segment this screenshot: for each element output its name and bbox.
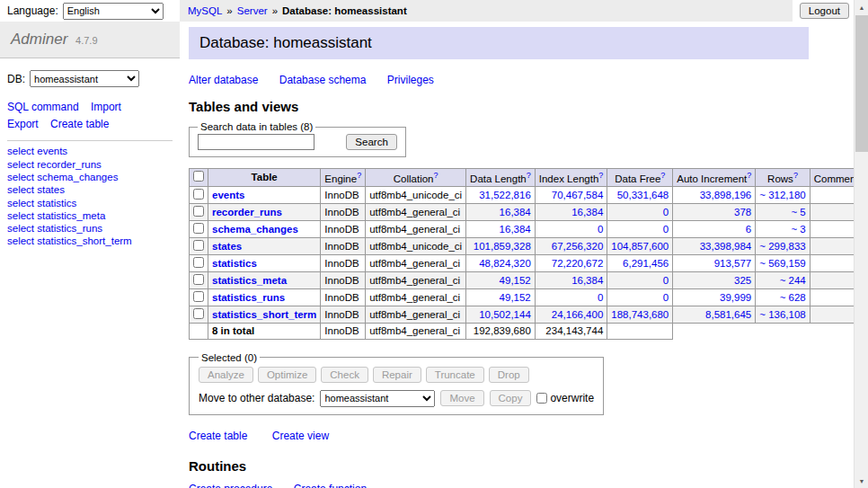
help-icon[interactable]: ? <box>660 171 665 180</box>
data-free-link[interactable]: 188,743,680 <box>611 309 669 320</box>
table-link[interactable]: recorder_runs <box>212 207 282 217</box>
scroll-down-arrow-icon[interactable]: ▼ <box>855 474 868 488</box>
sidebar-item-select-statistics-meta[interactable]: select statistics_meta <box>7 210 173 222</box>
create-table-link[interactable]: Create table <box>189 430 247 442</box>
analyze-button[interactable]: Analyze <box>199 367 253 383</box>
row-checkbox[interactable] <box>193 257 204 268</box>
row-checkbox[interactable] <box>193 223 204 234</box>
index-length-link[interactable]: 70,467,584 <box>552 190 604 200</box>
rows-count-link[interactable]: ~ 3 <box>791 224 805 235</box>
index-length-link[interactable]: 72,220,672 <box>552 258 604 269</box>
sql-command-link[interactable]: SQL command <box>7 101 79 113</box>
scrollbar-thumb[interactable] <box>855 15 868 152</box>
copy-button[interactable]: Copy <box>490 390 532 406</box>
index-length-link[interactable]: 67,256,320 <box>552 241 604 252</box>
table-link[interactable]: statistics_short_term <box>212 309 316 320</box>
repair-button[interactable]: Repair <box>373 367 421 383</box>
sidebar-item-select-events[interactable]: select events <box>7 146 173 157</box>
data-free-link[interactable]: 0 <box>663 224 669 235</box>
row-checkbox[interactable] <box>193 274 204 285</box>
auto-increment-link[interactable]: 33,898,196 <box>700 190 752 200</box>
table-link[interactable]: events <box>212 190 244 200</box>
auto-increment-link[interactable]: 6 <box>746 224 751 235</box>
data-length-link[interactable]: 16,384 <box>500 224 531 235</box>
help-icon[interactable]: ? <box>598 171 603 180</box>
truncate-button[interactable]: Truncate <box>426 367 484 383</box>
rows-count-link[interactable]: ~ 569,159 <box>759 258 805 269</box>
data-length-link[interactable]: 49,152 <box>500 275 531 286</box>
auto-increment-link[interactable]: 33,398,984 <box>700 241 752 252</box>
index-length-link[interactable]: 0 <box>598 224 603 235</box>
row-checkbox[interactable] <box>193 240 204 251</box>
create-view-link[interactable]: Create view <box>272 430 329 442</box>
create-table-link-sidebar[interactable]: Create table <box>50 118 109 130</box>
select-all-checkbox[interactable] <box>193 171 204 182</box>
sidebar-item-select-states[interactable]: select states <box>7 184 173 196</box>
help-icon[interactable]: ? <box>793 171 798 180</box>
scroll-up-arrow-icon[interactable]: ▲ <box>855 0 868 14</box>
data-length-link[interactable]: 101,859,328 <box>474 241 531 252</box>
vertical-scrollbar[interactable]: ▲ ▼ <box>854 0 868 488</box>
drop-button[interactable]: Drop <box>489 367 529 383</box>
privileges-link[interactable]: Privileges <box>387 74 434 86</box>
db-select[interactable]: homeassistant <box>30 70 139 87</box>
overwrite-option[interactable]: overwrite <box>536 392 594 404</box>
data-free-link[interactable]: 50,331,648 <box>617 190 669 200</box>
table-link[interactable]: states <box>212 241 242 252</box>
auto-increment-link[interactable]: 8,581,645 <box>705 309 751 320</box>
table-link[interactable]: schema_changes <box>212 224 298 235</box>
table-link[interactable]: statistics <box>212 258 257 269</box>
index-length-link[interactable]: 16,384 <box>571 207 603 217</box>
database-schema-link[interactable]: Database schema <box>279 74 367 86</box>
breadcrumb-server-link[interactable]: Server <box>237 5 268 16</box>
alter-database-link[interactable]: Alter database <box>189 74 258 86</box>
breadcrumb-mysql-link[interactable]: MySQL <box>188 5 222 16</box>
import-link[interactable]: Import <box>91 101 121 113</box>
rows-count-link[interactable]: ~ 628 <box>780 292 806 303</box>
sidebar-item-select-statistics-short-term[interactable]: select statistics_short_term <box>7 235 173 247</box>
table-link[interactable]: statistics_meta <box>212 275 287 286</box>
data-free-link[interactable]: 0 <box>663 207 669 217</box>
data-free-link[interactable]: 0 <box>663 292 669 303</box>
move-db-select[interactable]: homeassistant <box>320 390 435 407</box>
rows-count-link[interactable]: ~ 312,180 <box>759 190 805 200</box>
auto-increment-link[interactable]: 39,999 <box>720 292 751 303</box>
index-length-link[interactable]: 0 <box>598 292 603 303</box>
sidebar-item-select-recorder-runs[interactable]: select recorder_runs <box>7 159 173 171</box>
search-button[interactable]: Search <box>346 134 396 150</box>
search-input[interactable] <box>198 134 314 150</box>
help-icon[interactable]: ? <box>357 171 361 180</box>
export-link[interactable]: Export <box>7 118 39 130</box>
data-free-link[interactable]: 104,857,600 <box>611 241 669 252</box>
sidebar-item-select-statistics[interactable]: select statistics <box>7 198 173 209</box>
sidebar-item-select-statistics-runs[interactable]: select statistics_runs <box>7 223 173 235</box>
data-length-link[interactable]: 49,152 <box>500 292 531 303</box>
table-link[interactable]: statistics_runs <box>212 292 285 303</box>
row-checkbox[interactable] <box>193 291 204 302</box>
row-checkbox[interactable] <box>193 206 204 217</box>
rows-count-link[interactable]: ~ 299,833 <box>759 241 805 252</box>
check-button[interactable]: Check <box>321 367 368 383</box>
help-icon[interactable]: ? <box>747 171 751 180</box>
row-checkbox[interactable] <box>193 189 204 200</box>
create-procedure-link[interactable]: Create procedure <box>189 483 272 488</box>
data-length-link[interactable]: 31,522,816 <box>479 190 531 200</box>
create-function-link[interactable]: Create function <box>294 483 367 488</box>
data-length-link[interactable]: 48,824,320 <box>479 258 531 269</box>
auto-increment-link[interactable]: 325 <box>734 275 751 286</box>
index-length-link[interactable]: 24,166,400 <box>552 309 604 320</box>
help-icon[interactable]: ? <box>527 171 531 180</box>
move-button[interactable]: Move <box>440 390 483 406</box>
row-checkbox[interactable] <box>193 308 204 319</box>
language-select[interactable]: English <box>63 3 164 20</box>
rows-count-link[interactable]: ~ 5 <box>791 207 805 217</box>
index-length-link[interactable]: 16,384 <box>571 275 603 286</box>
data-free-link[interactable]: 0 <box>663 275 669 286</box>
data-length-link[interactable]: 10,502,144 <box>479 309 531 320</box>
auto-increment-link[interactable]: 913,577 <box>714 258 752 269</box>
sidebar-item-select-schema-changes[interactable]: select schema_changes <box>7 172 173 183</box>
optimize-button[interactable]: Optimize <box>258 367 316 383</box>
data-free-link[interactable]: 6,291,456 <box>623 258 669 269</box>
auto-increment-link[interactable]: 378 <box>734 207 751 217</box>
help-icon[interactable]: ? <box>433 171 438 180</box>
